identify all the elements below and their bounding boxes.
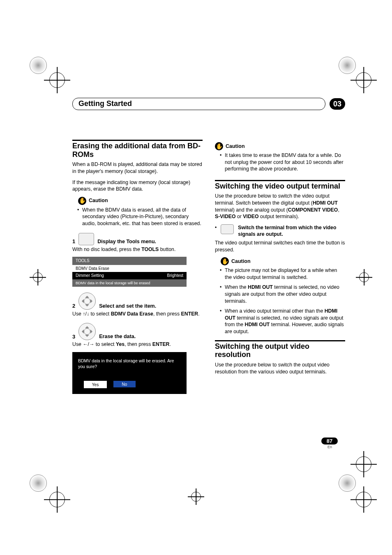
dialog-message: BDMV data in the local storage will be e… [78, 358, 181, 369]
register-left [33, 272, 43, 282]
caution-heading-top-right: ✋ Caution [215, 142, 345, 150]
tools-menu-title: TOOLS [72, 257, 187, 265]
dialog-no-button: No [113, 381, 136, 387]
step-1-num: 1 [72, 238, 75, 245]
switch-body: The video output terminal switches each … [215, 240, 345, 253]
caution-2-item-2: When the HDMI OUT terminal is selected, … [221, 284, 345, 304]
crosshair-br [356, 492, 371, 507]
switch-resolution-intro: Use the procedure below to switch the ou… [215, 362, 345, 375]
page-number: 87 [321, 438, 338, 444]
caution-1-item: When the BDMV data is erased, all the da… [78, 207, 203, 227]
step-1-body: With no disc loaded, press the TOOLS but… [72, 246, 203, 253]
dpad-icon-2 [78, 323, 96, 340]
switch-bullet-label: Switch the terminal from which the video… [238, 224, 345, 238]
caution-icon: ✋ [221, 257, 229, 265]
chapter-number-badge: 03 [330, 98, 345, 110]
print-corner-tl [30, 57, 47, 74]
tools-menu-footer: BDMV data in the local storage will be e… [72, 279, 187, 287]
step-3-text: Erase the data. [99, 333, 136, 340]
crosshair-tr [356, 72, 371, 88]
caution-icon: ✋ [215, 142, 223, 150]
right-arrow-icon: → [89, 341, 94, 347]
step-3-num: 3 [72, 333, 75, 341]
switch-terminal-intro: Use the procedure below to switch the vi… [215, 193, 345, 220]
caution-2-list: The picture may not be displayed for a w… [215, 267, 345, 335]
caution-2-item-1: The picture may not be displayed for a w… [221, 267, 345, 281]
dialog-yes-button: Yes [84, 381, 107, 388]
section-switch-resolution: Switching the output video resolution [215, 340, 345, 359]
step-2-body: Use ↑/↓ to select BDMV Data Erase, then … [72, 311, 203, 318]
crosshair-bl [49, 492, 65, 507]
erase-intro-1: When a BD-ROM is played, additional data… [72, 161, 203, 175]
caution-heading-2: ✋ Caution [221, 257, 345, 265]
page-number-badge: 87 En [308, 437, 338, 449]
tools-button-icon [78, 233, 94, 245]
print-corner-br [339, 474, 356, 492]
step-1-row: 1 Display the Tools menu. [72, 233, 203, 245]
confirm-dialog-screenshot: BDMV data in the local storage will be e… [72, 352, 187, 394]
caution-top-item: It takes time to erase the BDMV data for… [221, 152, 345, 173]
register-right [359, 272, 369, 282]
caution-label: Caution [231, 258, 251, 265]
page-language: En [308, 445, 338, 449]
caution-2-item-3: When a video output terminal other than … [221, 308, 345, 335]
caution-heading-1: ✋ Caution [78, 197, 203, 205]
tools-menu-screenshot: TOOLS BDMV Data Erase Dimmer Setting Bri… [72, 257, 187, 287]
caution-label: Caution [226, 143, 245, 150]
crosshair-tl [49, 72, 65, 88]
caution-1-list: When the BDMV data is erased, all the da… [72, 207, 203, 227]
step-2-row: 2 Select and set the item. [72, 292, 203, 310]
step-2-num: 2 [72, 302, 75, 310]
step-1-text: Display the Tools menu. [97, 238, 156, 245]
right-column: ✋ Caution It takes time to erase the BDM… [215, 140, 345, 394]
caution-icon: ✋ [78, 197, 86, 205]
crosshair-r2 [356, 456, 371, 472]
step-2-text: Select and set the item. [99, 303, 156, 310]
tools-menu-row-2: Dimmer Setting Brightest [72, 272, 187, 279]
print-corner-tr [339, 57, 356, 74]
register-bottom [191, 492, 201, 502]
chapter-title-pill: Getting Started [72, 98, 325, 110]
dpad-icon [78, 292, 96, 310]
section-switch-terminal: Switching the video output terminal [215, 180, 345, 191]
caution-top-list: It takes time to erase the BDMV data for… [215, 152, 345, 173]
erase-intro-2: If the message indicating low memory (lo… [72, 179, 203, 193]
section-erasing-bdrom: Erasing the additional data from BD-ROMs [72, 140, 203, 159]
tools-menu-row-selected: BDMV Data Erase [72, 265, 187, 272]
step-3-body: Use ←/→ to select Yes, then press ENTER. [72, 341, 203, 348]
caution-label: Caution [89, 197, 108, 204]
chapter-number: 03 [333, 100, 341, 108]
video-select-button-icon [221, 224, 234, 234]
print-corner-bl [30, 474, 47, 492]
left-column: Erasing the additional data from BD-ROMs… [72, 140, 203, 394]
step-3-row: 3 Erase the data. [72, 323, 203, 340]
left-arrow-icon: ← [83, 341, 88, 347]
chapter-header: Getting Started 03 [72, 98, 345, 110]
chapter-title: Getting Started [78, 99, 132, 108]
